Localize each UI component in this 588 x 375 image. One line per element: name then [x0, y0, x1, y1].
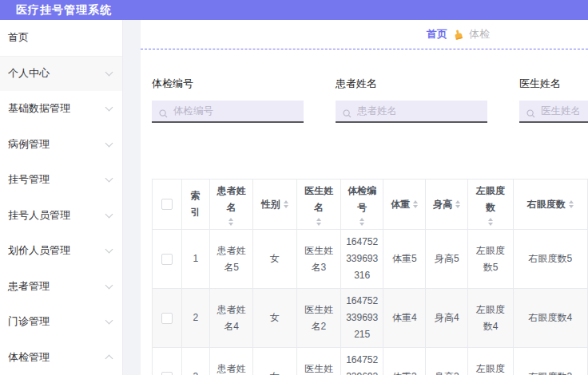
sidebar-item-label: 划价人员管理	[8, 243, 70, 258]
cell-left_eye: 左眼度数3	[468, 348, 513, 375]
chevron-down-icon	[105, 139, 113, 147]
chevron-down-icon	[105, 104, 113, 112]
sidebar: 首页个人中心基础数据管理病例管理挂号管理挂号人员管理划价人员管理患者管理门诊管理…	[0, 20, 123, 375]
search-field-exam-no: 体检编号	[152, 77, 304, 123]
cell-checkbox	[153, 348, 182, 375]
sidebar-item-label: 体检管理	[8, 350, 50, 365]
col-header-checkbox	[153, 180, 182, 230]
exam-table: 索引患者姓名性别医生姓名体检编号体重身高左眼度数右眼度数 1患者姓名5女医生姓名…	[152, 179, 588, 375]
sidebar-item-label: 首页	[8, 30, 29, 45]
search-icon	[526, 107, 535, 121]
cell-patient: 患者姓名3	[210, 348, 253, 375]
col-header-index: 索引	[181, 180, 209, 230]
cell-left_eye: 左眼度数5	[468, 230, 513, 289]
chevron-down-icon	[105, 175, 113, 183]
cell-index: 2	[181, 289, 209, 348]
chevron-up-icon	[105, 355, 113, 363]
row-checkbox[interactable]	[161, 254, 173, 265]
breadcrumb: 首页 体检	[141, 20, 588, 49]
main-content: 首页 体检 体检编号患者姓名医生姓名 索引患者姓名性别医生姓名体检编号体重身高左…	[141, 20, 588, 375]
cell-height: 身高5	[426, 230, 468, 289]
cell-gender: 女	[252, 289, 296, 348]
breadcrumb-home[interactable]: 首页	[427, 27, 447, 41]
sidebar-item-register-staff[interactable]: 挂号人员管理	[0, 198, 122, 234]
exam-table-wrap: 索引患者姓名性别医生姓名体检编号体重身高左眼度数右眼度数 1患者姓名5女医生姓名…	[152, 179, 588, 375]
col-header-label: 身高	[433, 196, 452, 213]
sidebar-item-outpatient-mgmt[interactable]: 门诊管理	[0, 304, 122, 340]
sort-carets-icon[interactable]	[360, 218, 364, 226]
cell-patient: 患者姓名5	[210, 230, 253, 289]
col-header-label: 索引	[187, 188, 205, 221]
col-header-label: 性别	[261, 196, 280, 213]
sort-carets-icon[interactable]	[316, 218, 321, 226]
row-checkbox[interactable]	[161, 372, 173, 375]
top-navbar: 医疗挂号管理系统	[0, 0, 588, 20]
sidebar-item-register-mgmt[interactable]: 挂号管理	[0, 162, 122, 198]
col-header-right_eye[interactable]: 右眼度数	[513, 180, 587, 230]
cell-checkbox	[153, 230, 182, 289]
cell-doctor: 医生姓名3	[296, 230, 341, 289]
cell-patient: 患者姓名4	[210, 289, 253, 348]
cell-right_eye: 右眼度数3	[513, 348, 587, 375]
field-label: 医生姓名	[519, 77, 588, 91]
cell-weight: 体重5	[383, 230, 426, 289]
chevron-down-icon	[105, 210, 113, 218]
search-icon	[343, 107, 352, 121]
sort-carets-icon[interactable]	[228, 218, 233, 226]
cell-exam_no: 164752339693215	[341, 289, 383, 348]
col-header-weight[interactable]: 体重	[383, 180, 426, 230]
cell-exam_no: 164752339693316	[341, 230, 383, 289]
table-row: 3患者姓名3女医生姓名116475233969321体重3身高3左眼度数3右眼度…	[153, 348, 588, 375]
search-form: 体检编号患者姓名医生姓名	[141, 49, 588, 123]
row-checkbox[interactable]	[161, 313, 173, 324]
input-underline-box	[336, 101, 487, 123]
sort-carets-icon[interactable]	[569, 200, 574, 208]
col-header-exam_no[interactable]: 体检编号	[341, 180, 383, 230]
sidebar-item-label: 患者管理	[8, 279, 50, 294]
patient-name-input[interactable]	[336, 101, 487, 121]
sidebar-item-home[interactable]: 首页	[0, 20, 122, 56]
col-header-label: 右眼度数	[527, 196, 566, 213]
chevron-down-icon	[105, 281, 113, 289]
col-header-doctor[interactable]: 医生姓名	[296, 180, 341, 230]
chevron-down-icon	[105, 317, 113, 325]
cell-weight: 体重3	[383, 348, 426, 375]
cell-left_eye: 左眼度数4	[468, 289, 513, 348]
sidebar-item-patient-mgmt[interactable]: 患者管理	[0, 269, 122, 305]
col-header-label: 医生姓名	[302, 183, 336, 216]
col-header-left_eye[interactable]: 左眼度数	[468, 180, 513, 230]
sidebar-item-pricing-staff[interactable]: 划价人员管理	[0, 233, 122, 269]
sidebar-item-label: 挂号管理	[8, 172, 50, 187]
cell-height: 身高4	[426, 289, 468, 348]
col-header-patient[interactable]: 患者姓名	[210, 180, 253, 230]
exam-no-input[interactable]	[152, 101, 304, 121]
cell-index: 3	[181, 348, 209, 375]
sort-carets-icon[interactable]	[413, 200, 418, 208]
sidebar-item-case-mgmt[interactable]: 病例管理	[0, 127, 122, 163]
cell-height: 身高3	[426, 348, 468, 375]
sidebar-item-personal-center[interactable]: 个人中心	[0, 56, 122, 92]
col-header-height[interactable]: 身高	[426, 180, 468, 230]
field-label: 患者姓名	[336, 77, 487, 91]
search-icon	[159, 107, 168, 121]
cell-right_eye: 右眼度数5	[513, 230, 587, 289]
col-header-gender[interactable]: 性别	[252, 180, 296, 230]
cell-checkbox	[153, 289, 182, 348]
col-header-label: 患者姓名	[215, 183, 248, 216]
input-underline-box	[152, 101, 304, 123]
sort-carets-icon[interactable]	[488, 218, 493, 226]
col-header-label: 体检编号	[346, 183, 378, 216]
select-all-checkbox[interactable]	[161, 199, 173, 210]
sidebar-item-physical-exam-mgmt[interactable]: 体检管理	[0, 340, 122, 375]
sort-carets-icon[interactable]	[455, 200, 460, 208]
table-header-row: 索引患者姓名性别医生姓名体检编号体重身高左眼度数右眼度数	[153, 180, 588, 230]
sidebar-item-label: 病例管理	[8, 137, 50, 152]
cell-doctor: 医生姓名1	[296, 348, 341, 375]
sidebar-item-base-data[interactable]: 基础数据管理	[0, 91, 122, 127]
sort-carets-icon[interactable]	[284, 200, 288, 208]
cell-gender: 女	[252, 230, 296, 289]
sidebar-item-label: 基础数据管理	[8, 101, 70, 116]
cell-doctor: 医生姓名2	[296, 289, 341, 348]
app-title: 医疗挂号管理系统	[16, 3, 112, 18]
chevron-down-icon	[105, 246, 113, 254]
